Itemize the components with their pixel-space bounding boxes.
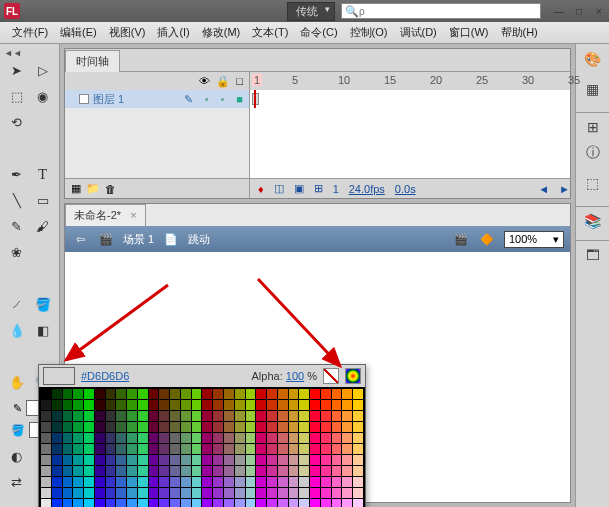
color-cell[interactable] — [246, 477, 256, 487]
color-cell[interactable] — [332, 389, 342, 399]
color-cell[interactable] — [202, 444, 212, 454]
color-cell[interactable] — [353, 389, 363, 399]
color-cell[interactable] — [289, 499, 299, 507]
color-cell[interactable] — [256, 444, 266, 454]
color-cell[interactable] — [235, 389, 245, 399]
color-cell[interactable] — [321, 499, 331, 507]
outline-column-icon[interactable]: □ — [236, 75, 243, 87]
color-cell[interactable] — [332, 488, 342, 498]
document-tab[interactable]: 未命名-2* × — [65, 204, 146, 226]
color-cell[interactable] — [95, 411, 105, 421]
text-tool[interactable]: T — [31, 162, 55, 186]
color-cell[interactable] — [138, 488, 148, 498]
color-cell[interactable] — [116, 455, 126, 465]
color-cell[interactable] — [289, 422, 299, 432]
color-cell[interactable] — [256, 422, 266, 432]
color-cell[interactable] — [213, 411, 223, 421]
color-cell[interactable] — [63, 466, 73, 476]
onion-skin-button[interactable]: ◫ — [274, 182, 284, 195]
color-cell[interactable] — [170, 488, 180, 498]
color-cell[interactable] — [95, 499, 105, 507]
color-cell[interactable] — [289, 411, 299, 421]
color-cell[interactable] — [321, 477, 331, 487]
color-cell[interactable] — [202, 477, 212, 487]
color-cell[interactable] — [52, 411, 62, 421]
color-cell[interactable] — [321, 411, 331, 421]
layer-outline-box[interactable]: ■ — [236, 93, 243, 106]
color-cell[interactable] — [84, 466, 94, 476]
menu-insert[interactable]: 插入(I) — [151, 25, 195, 40]
color-cell[interactable] — [138, 411, 148, 421]
color-cell[interactable] — [342, 499, 352, 507]
color-cell[interactable] — [278, 400, 288, 410]
color-cell[interactable] — [41, 455, 51, 465]
color-cell[interactable] — [267, 422, 277, 432]
color-cell[interactable] — [181, 488, 191, 498]
color-cell[interactable] — [63, 488, 73, 498]
color-cell[interactable] — [289, 400, 299, 410]
color-cell[interactable] — [127, 444, 137, 454]
color-cell[interactable] — [84, 422, 94, 432]
color-cell[interactable] — [127, 433, 137, 443]
color-cell[interactable] — [159, 477, 169, 487]
color-cell[interactable] — [73, 400, 83, 410]
scroll-left-button[interactable]: ◄ — [538, 183, 549, 195]
color-cell[interactable] — [224, 466, 234, 476]
symbol-label[interactable]: 跳动 — [188, 232, 210, 247]
color-cell[interactable] — [170, 477, 180, 487]
color-cell[interactable] — [127, 422, 137, 432]
color-cell[interactable] — [332, 422, 342, 432]
back-button[interactable]: ⇦ — [71, 230, 89, 248]
color-cell[interactable] — [192, 499, 202, 507]
color-cell[interactable] — [342, 422, 352, 432]
color-cell[interactable] — [224, 389, 234, 399]
color-cell[interactable] — [138, 455, 148, 465]
color-cell[interactable] — [106, 455, 116, 465]
color-cell[interactable] — [278, 422, 288, 432]
color-cell[interactable] — [213, 488, 223, 498]
color-cell[interactable] — [256, 466, 266, 476]
hand-tool[interactable]: ✋ — [5, 370, 29, 394]
color-cell[interactable] — [235, 400, 245, 410]
fps-display[interactable]: 24.0fps — [349, 183, 385, 195]
color-cell[interactable] — [342, 389, 352, 399]
color-cell[interactable] — [202, 466, 212, 476]
swap-colors[interactable]: ⇄ — [5, 470, 29, 494]
color-cell[interactable] — [267, 389, 277, 399]
selection-tool[interactable]: ➤ — [5, 58, 29, 82]
color-cell[interactable] — [278, 433, 288, 443]
color-cell[interactable] — [353, 455, 363, 465]
color-cell[interactable] — [63, 455, 73, 465]
3d-rotation-tool[interactable]: ◉ — [31, 84, 55, 108]
color-cell[interactable] — [246, 411, 256, 421]
color-cell[interactable] — [289, 466, 299, 476]
color-cell[interactable] — [149, 477, 159, 487]
color-cell[interactable] — [106, 422, 116, 432]
color-cell[interactable] — [159, 422, 169, 432]
color-cell[interactable] — [342, 433, 352, 443]
color-cell[interactable] — [246, 433, 256, 443]
color-cell[interactable] — [353, 466, 363, 476]
color-cell[interactable] — [106, 488, 116, 498]
frames-track[interactable] — [250, 90, 570, 108]
color-cell[interactable] — [213, 477, 223, 487]
color-cell[interactable] — [181, 499, 191, 507]
color-cell[interactable] — [106, 389, 116, 399]
color-cell[interactable] — [41, 499, 51, 507]
color-cell[interactable] — [138, 466, 148, 476]
color-cell[interactable] — [181, 477, 191, 487]
color-cell[interactable] — [41, 389, 51, 399]
menu-help[interactable]: 帮助(H) — [495, 25, 544, 40]
color-cell[interactable] — [332, 499, 342, 507]
color-cell[interactable] — [246, 389, 256, 399]
color-cell[interactable] — [116, 433, 126, 443]
color-cell[interactable] — [321, 455, 331, 465]
onion-outline-button[interactable]: ▣ — [294, 182, 304, 195]
color-cell[interactable] — [267, 466, 277, 476]
color-cell[interactable] — [256, 433, 266, 443]
color-cell[interactable] — [224, 444, 234, 454]
deco-tool[interactable]: ❀ — [5, 240, 29, 264]
color-cell[interactable] — [127, 488, 137, 498]
menu-control[interactable]: 控制(O) — [344, 25, 394, 40]
color-cell[interactable] — [170, 400, 180, 410]
